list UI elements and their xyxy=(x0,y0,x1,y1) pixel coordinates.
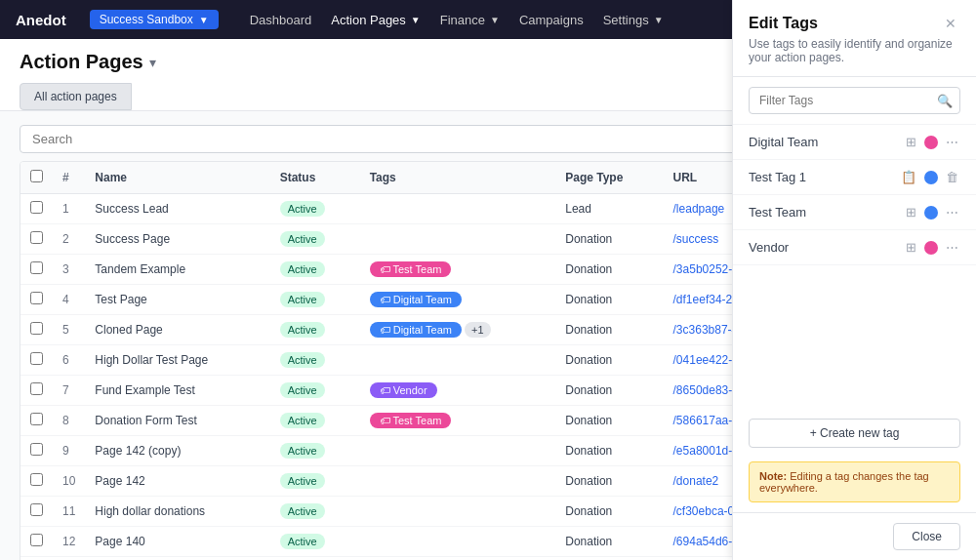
row-name[interactable]: Page 140 xyxy=(85,527,269,557)
row-page-type: Donation xyxy=(555,466,663,497)
delete-icon[interactable]: ⋯ xyxy=(944,203,960,221)
row-checkbox-cell[interactable] xyxy=(20,315,53,345)
row-name[interactable]: Cloned Page xyxy=(85,315,269,345)
nav-campaigns[interactable]: Campaigns xyxy=(519,13,584,27)
row-checkbox[interactable] xyxy=(30,231,43,244)
row-checkbox-cell[interactable] xyxy=(20,557,53,561)
nav-dashboard[interactable]: Dashboard xyxy=(250,13,312,27)
delete-icon[interactable]: ⋯ xyxy=(944,238,960,257)
status-badge: Active xyxy=(280,201,325,217)
tag-list-item: Digital Team ⊞⋯ xyxy=(733,125,976,160)
row-name[interactable]: Test Page xyxy=(85,285,269,315)
row-tags xyxy=(360,436,556,466)
row-checkbox-cell[interactable] xyxy=(20,406,53,436)
row-num: 12 xyxy=(53,527,85,557)
url-link[interactable]: /success xyxy=(673,232,719,246)
row-name[interactable]: High Dollar Test Page xyxy=(85,345,269,376)
row-checkbox-cell[interactable] xyxy=(20,285,53,315)
tag-color-dot[interactable] xyxy=(924,241,938,255)
header-checkbox[interactable] xyxy=(20,162,53,194)
row-name[interactable]: Page 142 xyxy=(85,466,269,497)
row-checkbox[interactable] xyxy=(30,473,43,486)
row-checkbox-cell[interactable] xyxy=(20,255,53,285)
row-checkbox[interactable] xyxy=(30,382,43,395)
row-checkbox[interactable] xyxy=(30,201,43,214)
tag-color-dot[interactable] xyxy=(924,136,938,149)
url-link[interactable]: /leadpage xyxy=(673,202,725,216)
row-tags xyxy=(360,497,556,527)
row-checkbox-cell[interactable] xyxy=(20,436,53,466)
row-num: 2 xyxy=(53,224,85,255)
row-num: 3 xyxy=(53,255,85,285)
page-title-chevron[interactable]: ▾ xyxy=(149,55,156,70)
edit-tags-panel: Edit Tags ✕ Use tags to easily identify … xyxy=(732,0,976,560)
row-name[interactable]: Tandem Example xyxy=(85,255,269,285)
tag-badge[interactable]: 🏷 Digital Team xyxy=(370,292,462,307)
row-status: Active xyxy=(270,497,360,527)
filter-tags-input[interactable] xyxy=(749,87,960,114)
row-checkbox[interactable] xyxy=(30,443,43,456)
tag-badge[interactable]: 🏷 Test Team xyxy=(370,261,452,277)
select-all-checkbox[interactable] xyxy=(30,170,43,182)
row-checkbox[interactable] xyxy=(30,292,43,304)
nav-action-pages[interactable]: Action Pages ▼ xyxy=(331,13,421,27)
header-page-type[interactable]: Page Type xyxy=(555,162,663,194)
row-status: Active xyxy=(270,376,360,406)
tab-all-action-pages[interactable]: All action pages xyxy=(20,83,132,110)
tag-color-dot[interactable] xyxy=(924,206,938,220)
panel-close-button[interactable]: ✕ xyxy=(941,14,960,33)
row-status: Active xyxy=(270,436,360,466)
status-badge: Active xyxy=(280,322,325,338)
row-checkbox-cell[interactable] xyxy=(20,376,53,406)
nav-settings[interactable]: Settings ▼ xyxy=(603,13,664,27)
status-badge: Active xyxy=(280,443,325,459)
row-name[interactable]: Page 138 xyxy=(85,557,269,561)
row-name[interactable]: Success Page xyxy=(85,224,269,255)
logo: Anedot xyxy=(16,12,66,28)
row-checkbox-cell[interactable] xyxy=(20,527,53,557)
panel-footer-close-button[interactable]: Close xyxy=(893,523,960,550)
row-tags: 🏷 Digital Team+1 xyxy=(360,315,556,345)
header-status[interactable]: Status xyxy=(270,162,360,194)
sandbox-selector[interactable]: Success Sandbox ▼ xyxy=(90,10,219,29)
row-checkbox[interactable] xyxy=(30,534,43,546)
tag-name-label: Test Team xyxy=(749,205,904,220)
row-name[interactable]: Fund Example Test xyxy=(85,376,269,406)
row-checkbox[interactable] xyxy=(30,322,43,335)
row-tags xyxy=(360,345,556,376)
row-tags: 🏷 Digital Team xyxy=(360,285,556,315)
row-name[interactable]: Success Lead xyxy=(85,194,269,224)
nav-finance[interactable]: Finance ▼ xyxy=(440,13,500,27)
row-status: Active xyxy=(270,224,360,255)
row-checkbox-cell[interactable] xyxy=(20,345,53,376)
row-name[interactable]: Donation Form Test xyxy=(85,406,269,436)
row-num: 7 xyxy=(53,376,85,406)
header-tags[interactable]: Tags xyxy=(360,162,556,194)
row-name[interactable]: High dollar donations xyxy=(85,497,269,527)
edit-icon[interactable]: 📋 xyxy=(899,168,918,186)
edit-icon[interactable]: ⊞ xyxy=(904,203,918,221)
edit-icon[interactable]: ⊞ xyxy=(904,133,918,151)
row-checkbox-cell[interactable] xyxy=(20,497,53,527)
row-checkbox[interactable] xyxy=(30,261,43,274)
row-tags: 🏷 Vendor xyxy=(360,376,556,406)
row-checkbox[interactable] xyxy=(30,503,43,516)
url-link[interactable]: /donate2 xyxy=(673,474,719,488)
row-num: 13 xyxy=(53,557,85,561)
tag-badge[interactable]: 🏷 Vendor xyxy=(370,382,437,398)
row-num: 8 xyxy=(53,406,85,436)
row-checkbox-cell[interactable] xyxy=(20,194,53,224)
tag-color-dot[interactable] xyxy=(924,171,938,184)
row-checkbox[interactable] xyxy=(30,352,43,365)
create-new-tag-button[interactable]: + Create new tag xyxy=(749,419,960,448)
row-name[interactable]: Page 142 (copy) xyxy=(85,436,269,466)
tag-badge[interactable]: 🏷 Digital Team xyxy=(370,322,462,338)
header-name[interactable]: Name xyxy=(85,162,269,194)
delete-icon[interactable]: 🗑 xyxy=(944,168,960,186)
row-checkbox-cell[interactable] xyxy=(20,466,53,497)
delete-icon[interactable]: ⋯ xyxy=(944,133,960,151)
row-checkbox-cell[interactable] xyxy=(20,224,53,255)
tag-badge[interactable]: 🏷 Test Team xyxy=(370,413,452,428)
row-checkbox[interactable] xyxy=(30,413,43,425)
edit-icon[interactable]: ⊞ xyxy=(904,238,918,257)
